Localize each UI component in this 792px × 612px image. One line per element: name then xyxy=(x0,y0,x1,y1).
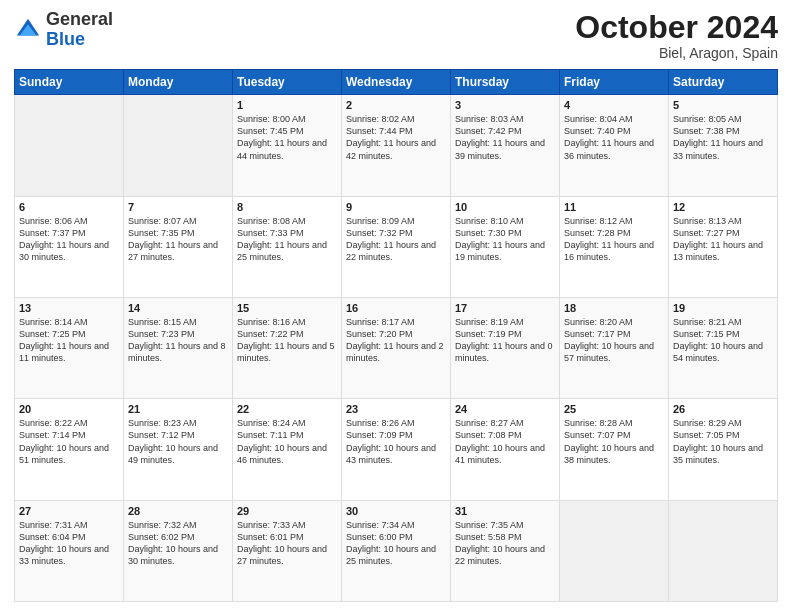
calendar-week-1: 1Sunrise: 8:00 AM Sunset: 7:45 PM Daylig… xyxy=(15,95,778,196)
day-number: 13 xyxy=(19,302,119,314)
calendar-cell: 14Sunrise: 8:15 AM Sunset: 7:23 PM Dayli… xyxy=(124,297,233,398)
day-number: 11 xyxy=(564,201,664,213)
day-info: Sunrise: 8:08 AM Sunset: 7:33 PM Dayligh… xyxy=(237,215,337,264)
weekday-header-saturday: Saturday xyxy=(669,70,778,95)
day-number: 6 xyxy=(19,201,119,213)
calendar-cell: 18Sunrise: 8:20 AM Sunset: 7:17 PM Dayli… xyxy=(560,297,669,398)
calendar-cell xyxy=(124,95,233,196)
calendar-header-row: SundayMondayTuesdayWednesdayThursdayFrid… xyxy=(15,70,778,95)
day-info: Sunrise: 8:06 AM Sunset: 7:37 PM Dayligh… xyxy=(19,215,119,264)
day-info: Sunrise: 8:24 AM Sunset: 7:11 PM Dayligh… xyxy=(237,417,337,466)
weekday-header-sunday: Sunday xyxy=(15,70,124,95)
day-info: Sunrise: 8:14 AM Sunset: 7:25 PM Dayligh… xyxy=(19,316,119,365)
day-number: 25 xyxy=(564,403,664,415)
day-number: 26 xyxy=(673,403,773,415)
day-info: Sunrise: 7:33 AM Sunset: 6:01 PM Dayligh… xyxy=(237,519,337,568)
calendar-week-2: 6Sunrise: 8:06 AM Sunset: 7:37 PM Daylig… xyxy=(15,196,778,297)
day-info: Sunrise: 8:28 AM Sunset: 7:07 PM Dayligh… xyxy=(564,417,664,466)
day-number: 23 xyxy=(346,403,446,415)
calendar-cell: 12Sunrise: 8:13 AM Sunset: 7:27 PM Dayli… xyxy=(669,196,778,297)
calendar-cell: 10Sunrise: 8:10 AM Sunset: 7:30 PM Dayli… xyxy=(451,196,560,297)
day-info: Sunrise: 8:00 AM Sunset: 7:45 PM Dayligh… xyxy=(237,113,337,162)
calendar-cell: 9Sunrise: 8:09 AM Sunset: 7:32 PM Daylig… xyxy=(342,196,451,297)
day-number: 22 xyxy=(237,403,337,415)
day-info: Sunrise: 8:22 AM Sunset: 7:14 PM Dayligh… xyxy=(19,417,119,466)
calendar-cell: 25Sunrise: 8:28 AM Sunset: 7:07 PM Dayli… xyxy=(560,399,669,500)
day-info: Sunrise: 8:12 AM Sunset: 7:28 PM Dayligh… xyxy=(564,215,664,264)
day-number: 27 xyxy=(19,505,119,517)
calendar-cell xyxy=(15,95,124,196)
day-number: 7 xyxy=(128,201,228,213)
weekday-header-thursday: Thursday xyxy=(451,70,560,95)
calendar-cell: 22Sunrise: 8:24 AM Sunset: 7:11 PM Dayli… xyxy=(233,399,342,500)
day-info: Sunrise: 8:27 AM Sunset: 7:08 PM Dayligh… xyxy=(455,417,555,466)
calendar-cell: 21Sunrise: 8:23 AM Sunset: 7:12 PM Dayli… xyxy=(124,399,233,500)
page-header: General Blue October 2024 Biel, Aragon, … xyxy=(14,10,778,61)
day-number: 16 xyxy=(346,302,446,314)
day-info: Sunrise: 8:23 AM Sunset: 7:12 PM Dayligh… xyxy=(128,417,228,466)
day-info: Sunrise: 7:31 AM Sunset: 6:04 PM Dayligh… xyxy=(19,519,119,568)
month-title: October 2024 xyxy=(575,10,778,45)
day-info: Sunrise: 8:07 AM Sunset: 7:35 PM Dayligh… xyxy=(128,215,228,264)
logo-icon xyxy=(14,16,42,44)
day-number: 21 xyxy=(128,403,228,415)
calendar-week-4: 20Sunrise: 8:22 AM Sunset: 7:14 PM Dayli… xyxy=(15,399,778,500)
day-info: Sunrise: 8:16 AM Sunset: 7:22 PM Dayligh… xyxy=(237,316,337,365)
day-number: 4 xyxy=(564,99,664,111)
day-number: 9 xyxy=(346,201,446,213)
day-number: 19 xyxy=(673,302,773,314)
day-number: 31 xyxy=(455,505,555,517)
day-number: 15 xyxy=(237,302,337,314)
calendar-cell: 11Sunrise: 8:12 AM Sunset: 7:28 PM Dayli… xyxy=(560,196,669,297)
day-number: 29 xyxy=(237,505,337,517)
calendar-cell: 31Sunrise: 7:35 AM Sunset: 5:58 PM Dayli… xyxy=(451,500,560,601)
logo: General Blue xyxy=(14,10,113,50)
day-info: Sunrise: 8:13 AM Sunset: 7:27 PM Dayligh… xyxy=(673,215,773,264)
day-number: 18 xyxy=(564,302,664,314)
calendar-cell: 27Sunrise: 7:31 AM Sunset: 6:04 PM Dayli… xyxy=(15,500,124,601)
day-number: 17 xyxy=(455,302,555,314)
day-number: 1 xyxy=(237,99,337,111)
day-number: 5 xyxy=(673,99,773,111)
calendar-cell: 7Sunrise: 8:07 AM Sunset: 7:35 PM Daylig… xyxy=(124,196,233,297)
day-number: 12 xyxy=(673,201,773,213)
day-info: Sunrise: 8:03 AM Sunset: 7:42 PM Dayligh… xyxy=(455,113,555,162)
calendar-week-3: 13Sunrise: 8:14 AM Sunset: 7:25 PM Dayli… xyxy=(15,297,778,398)
calendar-cell: 2Sunrise: 8:02 AM Sunset: 7:44 PM Daylig… xyxy=(342,95,451,196)
day-number: 3 xyxy=(455,99,555,111)
calendar-cell xyxy=(560,500,669,601)
logo-blue: Blue xyxy=(46,30,113,50)
logo-general: General xyxy=(46,10,113,30)
location-subtitle: Biel, Aragon, Spain xyxy=(575,45,778,61)
calendar-cell xyxy=(669,500,778,601)
calendar-cell: 26Sunrise: 8:29 AM Sunset: 7:05 PM Dayli… xyxy=(669,399,778,500)
day-info: Sunrise: 8:21 AM Sunset: 7:15 PM Dayligh… xyxy=(673,316,773,365)
weekday-header-monday: Monday xyxy=(124,70,233,95)
day-number: 20 xyxy=(19,403,119,415)
day-info: Sunrise: 7:34 AM Sunset: 6:00 PM Dayligh… xyxy=(346,519,446,568)
day-info: Sunrise: 8:29 AM Sunset: 7:05 PM Dayligh… xyxy=(673,417,773,466)
day-info: Sunrise: 8:02 AM Sunset: 7:44 PM Dayligh… xyxy=(346,113,446,162)
calendar-cell: 30Sunrise: 7:34 AM Sunset: 6:00 PM Dayli… xyxy=(342,500,451,601)
calendar-cell: 29Sunrise: 7:33 AM Sunset: 6:01 PM Dayli… xyxy=(233,500,342,601)
calendar-cell: 23Sunrise: 8:26 AM Sunset: 7:09 PM Dayli… xyxy=(342,399,451,500)
calendar-cell: 5Sunrise: 8:05 AM Sunset: 7:38 PM Daylig… xyxy=(669,95,778,196)
calendar-cell: 3Sunrise: 8:03 AM Sunset: 7:42 PM Daylig… xyxy=(451,95,560,196)
day-number: 14 xyxy=(128,302,228,314)
day-info: Sunrise: 8:15 AM Sunset: 7:23 PM Dayligh… xyxy=(128,316,228,365)
calendar-table: SundayMondayTuesdayWednesdayThursdayFrid… xyxy=(14,69,778,602)
day-info: Sunrise: 8:10 AM Sunset: 7:30 PM Dayligh… xyxy=(455,215,555,264)
calendar-cell: 15Sunrise: 8:16 AM Sunset: 7:22 PM Dayli… xyxy=(233,297,342,398)
weekday-header-friday: Friday xyxy=(560,70,669,95)
day-info: Sunrise: 8:17 AM Sunset: 7:20 PM Dayligh… xyxy=(346,316,446,365)
day-number: 8 xyxy=(237,201,337,213)
day-info: Sunrise: 8:04 AM Sunset: 7:40 PM Dayligh… xyxy=(564,113,664,162)
day-number: 10 xyxy=(455,201,555,213)
day-number: 28 xyxy=(128,505,228,517)
calendar-cell: 4Sunrise: 8:04 AM Sunset: 7:40 PM Daylig… xyxy=(560,95,669,196)
day-info: Sunrise: 8:20 AM Sunset: 7:17 PM Dayligh… xyxy=(564,316,664,365)
calendar-cell: 6Sunrise: 8:06 AM Sunset: 7:37 PM Daylig… xyxy=(15,196,124,297)
day-info: Sunrise: 8:05 AM Sunset: 7:38 PM Dayligh… xyxy=(673,113,773,162)
calendar-cell: 8Sunrise: 8:08 AM Sunset: 7:33 PM Daylig… xyxy=(233,196,342,297)
calendar-cell: 13Sunrise: 8:14 AM Sunset: 7:25 PM Dayli… xyxy=(15,297,124,398)
